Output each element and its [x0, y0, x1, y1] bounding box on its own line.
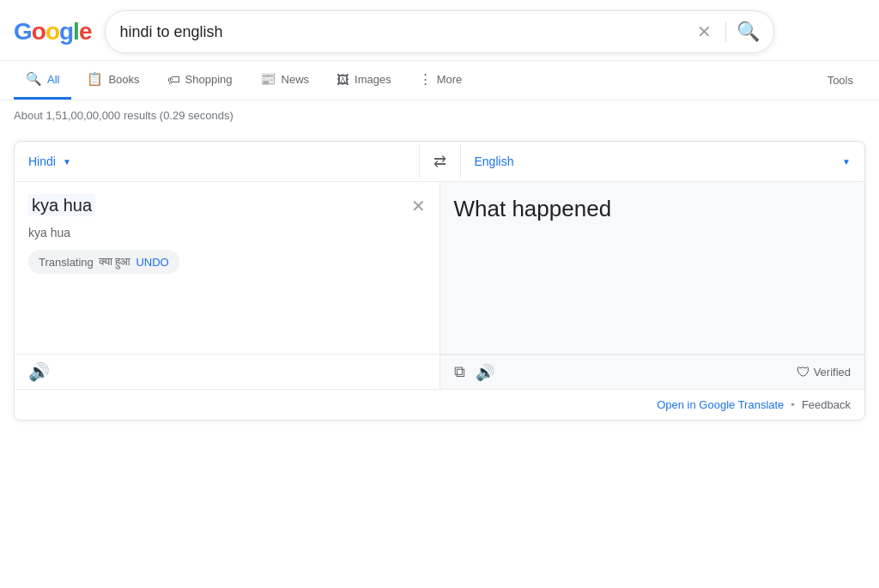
romanization-text: kya hua	[28, 226, 426, 239]
news-icon: 📰	[260, 71, 276, 87]
tab-shopping[interactable]: 🏷 Shopping	[155, 62, 245, 100]
search-bar: ✕ 🔍	[105, 10, 774, 53]
tab-all-label: All	[47, 73, 59, 86]
translating-hindi-text: क्या हुआ	[99, 255, 131, 269]
tab-shopping-label: Shopping	[185, 73, 233, 86]
swap-icon: ⇄	[433, 152, 446, 171]
books-icon: 📋	[87, 71, 103, 87]
tab-all[interactable]: 🔍 All	[14, 61, 71, 100]
nav-tabs: 🔍 All 📋 Books 🏷 Shopping 📰 News 🖼 Images…	[0, 61, 879, 100]
translator-body: kya hua ✕ kya hua Translating क्या हुआ U…	[15, 182, 864, 354]
input-text-area[interactable]: kya hua	[28, 196, 426, 215]
verified-badge: 🛡 Verified	[797, 365, 851, 380]
input-highlighted-text: kya hua	[28, 194, 95, 216]
logo-letter-o2: o	[45, 18, 59, 45]
logo-letter-g2: g	[59, 18, 73, 45]
dot-separator: •	[791, 398, 795, 411]
verified-label: Verified	[814, 366, 851, 379]
target-lang-dropdown-icon: ▼	[842, 157, 851, 167]
translating-prefix: Translating	[39, 256, 94, 269]
translator-header: Hindi ▼ ⇄ English ▼	[15, 142, 864, 182]
translated-text: What happened	[454, 196, 852, 222]
tab-news-label: News	[282, 73, 310, 86]
tools-button[interactable]: Tools	[815, 64, 865, 97]
source-language-selector[interactable]: Hindi ▼	[15, 144, 419, 179]
swap-languages-button[interactable]: ⇄	[420, 142, 460, 181]
clear-search-icon[interactable]: ✕	[694, 18, 715, 45]
open-in-google-translate-link[interactable]: Open in Google Translate	[657, 398, 784, 411]
tab-more[interactable]: ⋮ More	[407, 61, 475, 100]
tab-books-label: Books	[108, 73, 139, 86]
logo-letter-o1: o	[32, 18, 45, 45]
search-divider	[725, 21, 726, 42]
translate-input-panel: kya hua ✕ kya hua Translating क्या हुआ U…	[15, 182, 440, 354]
shopping-icon: 🏷	[167, 72, 180, 87]
undo-button[interactable]: UNDO	[136, 256, 168, 269]
translate-output-panel: What happened	[440, 182, 865, 354]
translator-bottom-bar: Open in Google Translate • Feedback	[15, 389, 864, 420]
translator-widget: Hindi ▼ ⇄ English ▼ kya hua ✕ kya hua Tr…	[14, 141, 865, 421]
tab-images-label: Images	[355, 73, 391, 86]
logo-letter-g: G	[14, 18, 32, 45]
input-audio-button[interactable]: 🔊	[28, 361, 50, 382]
header: Google ✕ 🔍	[0, 0, 879, 61]
all-icon: 🔍	[26, 71, 42, 87]
clear-input-icon[interactable]: ✕	[411, 196, 426, 216]
logo-letter-e: e	[79, 18, 92, 45]
translating-status-bar: Translating क्या हुआ UNDO	[28, 250, 179, 274]
search-input[interactable]	[119, 23, 687, 41]
output-footer: ⧉ 🔊 🛡 Verified	[440, 355, 865, 389]
verified-icon: 🛡	[797, 365, 810, 380]
results-info: About 1,51,00,00,000 results (0.29 secon…	[0, 100, 879, 130]
results-count: About 1,51,00,00,000 results (0.29 secon…	[14, 109, 233, 122]
tab-images[interactable]: 🖼 Images	[324, 62, 403, 100]
input-footer: 🔊	[15, 355, 440, 389]
source-language-label: Hindi	[28, 155, 56, 168]
more-icon: ⋮	[419, 71, 432, 87]
translator-footers: 🔊 ⧉ 🔊 🛡 Verified	[15, 354, 864, 389]
tab-more-label: More	[437, 73, 463, 86]
logo-letter-l: l	[73, 18, 79, 45]
images-icon: 🖼	[336, 72, 349, 87]
tab-news[interactable]: 📰 News	[248, 61, 322, 100]
copy-button[interactable]: ⧉	[454, 363, 465, 381]
output-audio-button[interactable]: 🔊	[476, 363, 494, 382]
search-icon[interactable]: 🔍	[737, 21, 760, 43]
google-logo: Google	[14, 18, 91, 45]
tab-books[interactable]: 📋 Books	[75, 61, 151, 100]
target-language-label: English	[475, 155, 514, 168]
source-lang-dropdown-icon: ▼	[63, 157, 71, 167]
target-language-selector[interactable]: English ▼	[461, 144, 865, 179]
feedback-link[interactable]: Feedback	[802, 398, 851, 411]
